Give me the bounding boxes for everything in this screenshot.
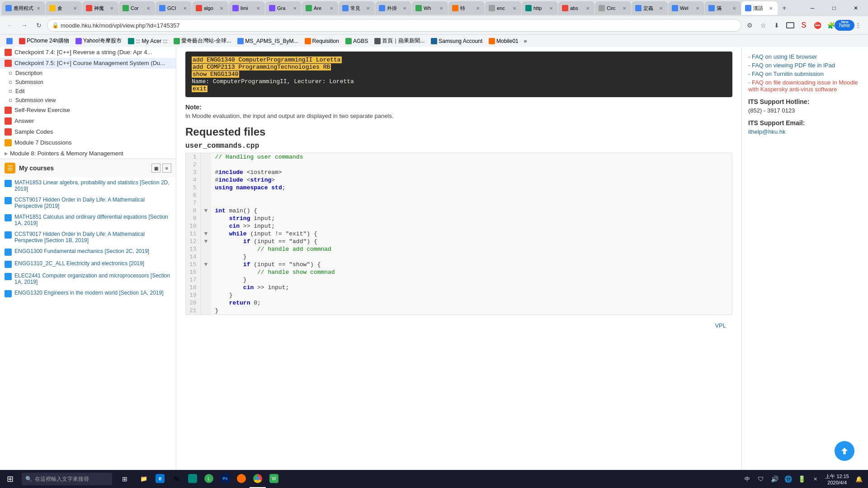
tab-close-10[interactable]: ✕: [365, 5, 371, 11]
tab-16[interactable]: abs ✕: [558, 1, 594, 15]
taskbar-store[interactable]: 🛍: [168, 470, 184, 488]
tab-13[interactable]: 特 ✕: [448, 1, 485, 15]
tab-close-16[interactable]: ✕: [585, 5, 591, 11]
taskbar-clock[interactable]: 上午 12:15 2020/4/4: [822, 473, 852, 485]
bookmark-button[interactable]: ☆: [757, 19, 769, 32]
bookmark-mobile01[interactable]: Mobile01: [486, 36, 521, 46]
bookmark-iqiyi[interactable]: 愛奇藝台灣站-全球...: [171, 36, 234, 46]
s-button[interactable]: S: [797, 19, 810, 32]
tab-close-9[interactable]: ✕: [328, 5, 335, 11]
tab-1[interactable]: 應用程式 ✕: [2, 1, 45, 15]
taskbar-network-icon[interactable]: 🌐: [782, 473, 794, 485]
forward-button[interactable]: →: [18, 19, 31, 32]
my-courses-list-view[interactable]: ≡: [162, 164, 171, 173]
tab-close-7[interactable]: ✕: [255, 5, 261, 11]
tab-close-13[interactable]: ✕: [475, 5, 481, 11]
course-item-math1851[interactable]: MATH1851 Calculus and ordinary different…: [0, 211, 176, 229]
bookmark-req[interactable]: Requisition: [302, 36, 342, 46]
tab-19[interactable]: Wel ✕: [668, 1, 704, 15]
collapse-arrow[interactable]: ▼: [200, 207, 211, 215]
collapse-arrow[interactable]: ▼: [200, 230, 211, 238]
tab-close-6[interactable]: ✕: [218, 5, 225, 11]
address-bar[interactable]: 🔒 moodle.hku.hk/mod/vpl/view.php?id=1745…: [47, 19, 741, 32]
tab-close-2[interactable]: ✕: [72, 5, 78, 11]
bookmark-samsung[interactable]: Samsung Account: [428, 36, 485, 46]
tab-close-4[interactable]: ✕: [145, 5, 151, 11]
sidebar-module8[interactable]: ▶ Module 8: Pointers & Memory Management: [0, 148, 176, 159]
new-tab-button[interactable]: +: [778, 2, 791, 14]
tab-6[interactable]: algo ✕: [192, 1, 228, 15]
vpl-link[interactable]: VPL: [185, 319, 732, 332]
tab-9[interactable]: Are ✕: [302, 1, 338, 15]
menu-button[interactable]: ⋮: [852, 19, 864, 32]
bookmark-apps[interactable]: [4, 36, 15, 46]
tab-10[interactable]: 常見 ✕: [339, 1, 375, 15]
tab-close-1[interactable]: ✕: [35, 5, 42, 11]
tab-14[interactable]: enc ✕: [485, 1, 521, 15]
sidebar-sample-codes[interactable]: Sample Codes: [0, 127, 176, 137]
bookmark-yahoo[interactable]: Yahoo!奇摩股市: [73, 36, 124, 46]
rs-faq-ie[interactable]: - FAQ on using IE browser: [748, 53, 862, 60]
rs-faq-turnitin[interactable]: - FAQ on Turnitin submission: [748, 70, 862, 77]
minimize-button[interactable]: ─: [802, 0, 823, 16]
tab-close-8[interactable]: ✕: [292, 5, 298, 11]
tab-2[interactable]: 倉 ✕: [46, 1, 82, 15]
tab-3[interactable]: 神魔 ✕: [82, 1, 118, 15]
tab-12[interactable]: Wh ✕: [412, 1, 448, 15]
collapse-arrow[interactable]: ▼: [200, 261, 211, 268]
task-view-button[interactable]: ⊞: [116, 470, 134, 488]
tab-close-12[interactable]: ✕: [438, 5, 444, 11]
bookmark-acer[interactable]: ::: My Acer :::: [125, 36, 170, 46]
taskbar-search[interactable]: 🔍 在這裡輸入文字來搜尋: [22, 473, 112, 485]
taskbar-browser1[interactable]: [233, 470, 250, 488]
taskbar-speaker-icon[interactable]: 🔊: [768, 473, 781, 485]
sidebar-description[interactable]: Description: [0, 69, 176, 78]
taskbar-battery-icon[interactable]: 🔋: [795, 473, 808, 485]
tab-close-15[interactable]: ✕: [548, 5, 554, 11]
bookmark-agbs[interactable]: AGBS: [343, 36, 371, 46]
rs-email-address[interactable]: ithelp@hku.hk: [748, 128, 862, 135]
extensions-button[interactable]: ⚙: [743, 19, 756, 32]
download-button[interactable]: ⬇: [770, 19, 783, 32]
sidebar-edit[interactable]: Edit: [0, 87, 176, 96]
sidebar-checkpoint-74[interactable]: Checkpoint 7.4: [C++] Reverse a string (…: [0, 47, 176, 58]
sidebar-self-review[interactable]: Self-Review Exercise: [0, 105, 176, 116]
tab-close-19[interactable]: ✕: [694, 5, 701, 11]
tab-18[interactable]: 定義 ✕: [632, 1, 668, 15]
more-bookmarks-button[interactable]: »: [522, 37, 529, 45]
bookmark-pchome[interactable]: PChome 24h購物: [16, 36, 72, 46]
taskbar-file-explorer[interactable]: 📁: [136, 470, 152, 488]
course-item-engg1300[interactable]: ENGG1300 Fundamental mechanics [Section …: [0, 246, 176, 258]
sidebar-module7-discussions[interactable]: Module 7 Discussions: [0, 137, 176, 148]
collapse-arrow[interactable]: ▼: [200, 238, 211, 245]
scroll-to-top-button[interactable]: [835, 441, 854, 461]
course-item-engg1310[interactable]: ENGG1310_2C_ALL Electricity and electron…: [0, 258, 176, 270]
tab-20[interactable]: 滿 ✕: [705, 1, 741, 15]
tab-15[interactable]: http ✕: [522, 1, 558, 15]
taskbar-antivirus-icon[interactable]: 🛡: [755, 473, 767, 485]
sidebar-submission-view[interactable]: Submission view: [0, 96, 176, 105]
course-item-ccst9017a[interactable]: CCST9017 Hidden Order in Daily Life: A M…: [0, 194, 176, 211]
start-button[interactable]: ⊞: [0, 470, 20, 488]
tab-11[interactable]: 外掛 ✕: [375, 1, 411, 15]
tab-close-20[interactable]: ✕: [731, 5, 737, 11]
taskbar-language-icon[interactable]: 中: [741, 473, 754, 485]
bookmark-ms[interactable]: MS_APMS_IS_ByM...: [235, 36, 301, 46]
sidebar-answer[interactable]: Answer: [0, 116, 176, 127]
tab-close-11[interactable]: ✕: [401, 5, 408, 11]
rs-faq-pdf[interactable]: - FAQ on viewing PDF file in iPad: [748, 62, 862, 69]
tab-5[interactable]: GCI ✕: [156, 1, 192, 15]
taskbar-ps[interactable]: Ps: [217, 470, 233, 488]
taskbar-line[interactable]: L: [201, 470, 217, 488]
tab-7[interactable]: limi ✕: [229, 1, 265, 15]
taskbar-edge[interactable]: e: [152, 470, 168, 488]
tab-4[interactable]: Cor ✕: [119, 1, 155, 15]
course-item-ccst9017b[interactable]: CCST9017 Hidden Order in Daily Life: A M…: [0, 229, 176, 246]
maximize-button[interactable]: □: [824, 0, 844, 16]
my-courses-grid-view[interactable]: ▦: [151, 164, 160, 173]
adblock-button[interactable]: ⛔: [811, 19, 824, 32]
tab-17[interactable]: Circ ✕: [595, 1, 631, 15]
tab-close-14[interactable]: ✕: [511, 5, 518, 11]
tab-close-5[interactable]: ✕: [182, 5, 188, 11]
course-item-math1853[interactable]: MATH1853 Linear algebra, probability and…: [0, 177, 176, 194]
